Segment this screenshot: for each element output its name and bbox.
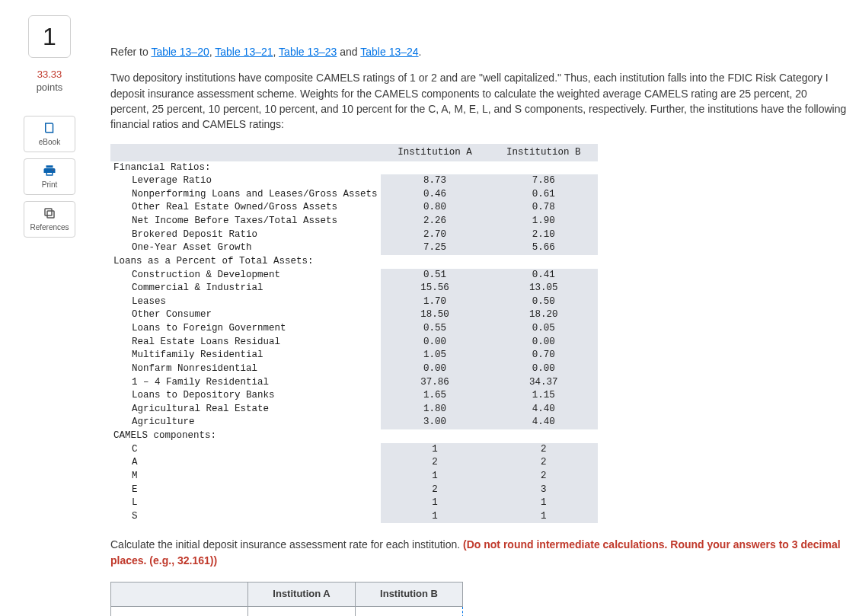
table-value-a: 7.25 <box>381 241 490 255</box>
ebook-label: eBook <box>39 138 60 146</box>
financial-data-table: Institution A Institution B Financial Ra… <box>110 144 598 523</box>
refer-prefix: Refer to <box>110 46 151 58</box>
table-link-4[interactable]: Table 13–24 <box>360 46 418 58</box>
table-row-label: Brokered Deposit Ratio <box>110 228 381 242</box>
table-value-b: 1.90 <box>489 215 598 228</box>
svg-rect-2 <box>45 209 52 215</box>
ebook-button[interactable]: eBook <box>24 116 75 152</box>
answer-col-a: Institution A <box>248 582 356 607</box>
table-value-b: 2 <box>489 470 598 484</box>
points-block: 33.33 points <box>37 69 63 94</box>
table-value-a: 1 <box>381 470 490 484</box>
table-row-label: S <box>110 510 381 524</box>
table-value-b: 2 <box>489 456 598 470</box>
table-value-a: 0.55 <box>381 322 490 336</box>
table-value-a: 2 <box>381 484 490 497</box>
answer-row-label: Initial assessment rate <box>111 606 248 616</box>
table-value-b: 4.40 <box>489 416 598 429</box>
table-row-label: Agricultural Real Estate <box>110 403 381 417</box>
table-row-label: Construction & Development <box>110 269 381 282</box>
table-value-a: 1 <box>381 496 490 510</box>
table-row-label: Other Real Estate Owned/Gross Assets <box>110 201 381 215</box>
table-value-b: 0.61 <box>489 188 598 202</box>
table-row-label: Leases <box>110 295 381 309</box>
book-icon <box>43 121 56 136</box>
table-row-label: Loans to Foreign Government <box>110 322 381 336</box>
table-value-a: 0.00 <box>381 362 490 376</box>
table-value-b: 13.05 <box>489 282 598 295</box>
answer-input-a[interactable] <box>256 611 347 616</box>
table-value-b: 1 <box>489 510 598 524</box>
refer-line: Refer to Table 13–20, Table 13–21, Table… <box>110 44 848 59</box>
table-value-b: 1 <box>489 496 598 510</box>
points-value: 33.33 <box>37 69 62 80</box>
section-header: Financial Ratios: <box>110 161 381 175</box>
blank-header <box>110 144 381 161</box>
table-value-b: 7.86 <box>489 174 598 188</box>
table-value-a: 0.00 <box>381 336 490 349</box>
table-value-a: 1.65 <box>381 389 490 403</box>
table-link-1[interactable]: Table 13–20 <box>151 46 209 58</box>
table-value-b: 0.05 <box>489 322 598 336</box>
answer-cell-b <box>356 606 463 616</box>
table-value-b: 0.41 <box>489 269 598 282</box>
answer-col-b: Institution B <box>356 582 463 607</box>
svg-point-0 <box>53 170 54 171</box>
question-number-box: 1 <box>28 15 71 58</box>
table-row-label: Leverage Ratio <box>110 174 381 188</box>
printer-icon <box>43 164 56 179</box>
points-label: points <box>37 81 63 93</box>
section-header: Loans as a Percent of Total Assets: <box>110 255 381 269</box>
answer-input-b[interactable] <box>363 611 455 616</box>
table-row-label: Real Estate Loans Residual <box>110 336 381 349</box>
table-row-label: Multifamily Residential <box>110 349 381 362</box>
col-b-header: Institution B <box>489 144 598 161</box>
table-row-label: One-Year Asset Growth <box>110 241 381 255</box>
table-link-3[interactable]: Table 13–23 <box>279 46 337 58</box>
table-value-a: 2.70 <box>381 228 490 242</box>
print-button[interactable]: Print <box>24 158 75 195</box>
table-row-label: Agriculture <box>110 416 381 429</box>
table-link-2[interactable]: Table 13–21 <box>215 46 273 58</box>
table-value-b: 5.66 <box>489 241 598 255</box>
svg-rect-1 <box>47 211 54 218</box>
table-row-label: Net Income Before Taxes/Total Assets <box>110 215 381 228</box>
table-value-b: 2.10 <box>489 228 598 242</box>
refer-suffix: . <box>419 46 422 58</box>
intro-paragraph: Two depository institutions have composi… <box>110 70 848 132</box>
table-value-a: 3.00 <box>381 416 490 429</box>
table-value-a: 1 <box>381 510 490 524</box>
question-number: 1 <box>43 23 56 51</box>
table-value-b: 34.37 <box>489 376 598 390</box>
references-button[interactable]: References <box>24 201 75 238</box>
table-row-label: E <box>110 484 381 497</box>
answer-cell-a <box>248 606 356 616</box>
table-value-b: 0.78 <box>489 201 598 215</box>
table-value-b: 3 <box>489 484 598 497</box>
table-value-b: 0.50 <box>489 295 598 309</box>
table-row-label: Commercial & Industrial <box>110 282 381 295</box>
table-row-label: Loans to Depository Banks <box>110 389 381 403</box>
table-value-a: 15.56 <box>381 282 490 295</box>
table-value-a: 0.80 <box>381 201 490 215</box>
print-label: Print <box>42 180 58 189</box>
table-row-label: A <box>110 456 381 470</box>
table-value-a: 1.70 <box>381 295 490 309</box>
answer-blank-header <box>111 582 248 607</box>
table-value-a: 0.46 <box>381 188 490 202</box>
table-value-a: 2 <box>381 456 490 470</box>
answer-table: Institution A Institution B Initial asse… <box>110 582 463 616</box>
table-value-b: 1.15 <box>489 389 598 403</box>
table-row-label: L <box>110 496 381 510</box>
table-row-label: Other Consumer <box>110 308 381 322</box>
table-row-label: M <box>110 470 381 484</box>
table-value-a: 0.51 <box>381 269 490 282</box>
table-value-b: 2 <box>489 443 598 457</box>
table-value-a: 8.73 <box>381 174 490 188</box>
table-value-a: 1 <box>381 443 490 457</box>
table-value-b: 4.40 <box>489 403 598 417</box>
section-header: CAMELS components: <box>110 429 381 443</box>
table-value-a: 1.80 <box>381 403 490 417</box>
table-value-b: 0.00 <box>489 362 598 376</box>
table-value-b: 0.00 <box>489 336 598 349</box>
